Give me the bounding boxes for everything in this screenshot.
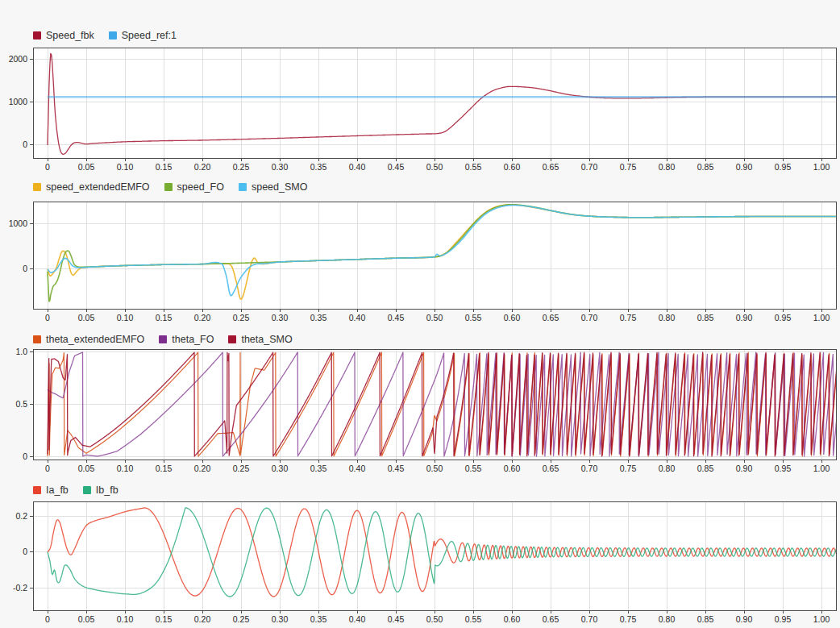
x-tick-label: 0 bbox=[45, 313, 50, 322]
x-tick-label: 0.35 bbox=[310, 162, 327, 172]
x-tick-label: 0.30 bbox=[272, 464, 289, 473]
x-tick-label: 0.85 bbox=[697, 614, 714, 624]
x-tick-label: 0.40 bbox=[349, 614, 366, 624]
x-tick-label: 1.00 bbox=[813, 614, 830, 624]
x-tick-label: 0.05 bbox=[78, 313, 95, 322]
x-tick-label: 0.05 bbox=[78, 614, 95, 624]
x-tick-label: 0.80 bbox=[659, 614, 676, 624]
x-tick-label: 0.20 bbox=[194, 464, 211, 473]
x-tick-label: 0.05 bbox=[78, 464, 95, 473]
x-tick-label: 0.35 bbox=[310, 464, 327, 473]
x-tick-label: 0.15 bbox=[156, 464, 173, 473]
x-tick-label: 0.35 bbox=[310, 614, 327, 624]
y-tick-label: 0 bbox=[23, 547, 27, 556]
x-tick-label: 0.10 bbox=[117, 614, 134, 624]
x-tick-label: 0.45 bbox=[388, 614, 405, 624]
x-tick-label: 0.20 bbox=[194, 313, 211, 322]
x-tick-label: 0.95 bbox=[775, 614, 792, 624]
x-tick-label: 0.85 bbox=[697, 162, 714, 172]
x-tick-label: 0.70 bbox=[581, 614, 598, 624]
x-tick-label: 0.50 bbox=[426, 614, 443, 624]
x-tick-label: 0.45 bbox=[388, 162, 405, 172]
x-tick-label: 0.80 bbox=[659, 464, 676, 473]
y-tick-label: 0 bbox=[23, 139, 27, 149]
y-tick-labels: 00.51.0 bbox=[15, 347, 27, 460]
x-tick-label: 0.50 bbox=[426, 464, 443, 473]
x-tick-label: 0.30 bbox=[272, 614, 289, 624]
x-tick-label: 0.70 bbox=[581, 464, 598, 473]
x-tick-label: 0.50 bbox=[426, 313, 443, 322]
x-tick-label: 0.75 bbox=[620, 614, 637, 624]
x-tick-label: 0.25 bbox=[233, 614, 250, 624]
x-tick-label: 0.55 bbox=[465, 464, 482, 473]
y-tick-label: 2000 bbox=[9, 54, 28, 64]
y-tick-labels: 010002000 bbox=[9, 54, 28, 150]
x-tick-label: 0.20 bbox=[194, 614, 211, 624]
x-tick-label: 0.50 bbox=[426, 162, 443, 172]
x-tick-label: 0.10 bbox=[117, 464, 134, 473]
x-tick-label: 0.95 bbox=[775, 313, 792, 322]
x-tick-label: 0.90 bbox=[736, 614, 753, 624]
x-tick-label: 0.60 bbox=[504, 313, 521, 322]
plot-panel-2: 00.050.100.150.200.250.300.350.400.450.5… bbox=[9, 202, 838, 322]
x-tick-label: 0.25 bbox=[233, 464, 250, 473]
plot-panel-4: 00.050.100.150.200.250.300.350.400.450.5… bbox=[13, 501, 837, 624]
x-tick-label: 0.40 bbox=[349, 313, 366, 322]
y-tick-label: -0.2 bbox=[13, 583, 27, 593]
x-tick-label: 0.30 bbox=[272, 313, 289, 322]
x-tick-label: 0.15 bbox=[156, 313, 173, 322]
x-tick-label: 0.20 bbox=[194, 162, 211, 172]
x-tick-labels: 00.050.100.150.200.250.300.350.400.450.5… bbox=[45, 162, 830, 172]
x-tick-label: 0.80 bbox=[659, 162, 676, 172]
y-tick-label: 0 bbox=[23, 451, 27, 461]
x-tick-label: 0.10 bbox=[117, 162, 134, 172]
x-tick-label: 0.70 bbox=[581, 313, 598, 322]
x-tick-label: 0.40 bbox=[349, 162, 366, 172]
x-tick-label: 0.35 bbox=[310, 313, 327, 322]
x-tick-label: 0.75 bbox=[620, 162, 637, 172]
y-tick-labels: 01000 bbox=[9, 218, 28, 274]
y-tick-label: 0 bbox=[23, 264, 27, 273]
x-tick-labels: 00.050.100.150.200.250.300.350.400.450.5… bbox=[45, 313, 830, 322]
x-tick-labels: 00.050.100.150.200.250.300.350.400.450.5… bbox=[45, 614, 830, 624]
x-tick-label: 0.80 bbox=[659, 313, 676, 322]
x-tick-labels: 00.050.100.150.200.250.300.350.400.450.5… bbox=[45, 464, 830, 473]
x-tick-label: 1.00 bbox=[813, 464, 830, 473]
x-tick-label: 0.85 bbox=[697, 464, 714, 473]
x-tick-label: 0 bbox=[45, 162, 50, 172]
x-tick-label: 0.90 bbox=[736, 313, 753, 322]
x-tick-label: 0.65 bbox=[543, 464, 559, 473]
x-tick-label: 0.45 bbox=[388, 464, 405, 473]
plot-panel-1: 00.050.100.150.200.250.300.350.400.450.5… bbox=[9, 48, 838, 172]
x-tick-label: 0.85 bbox=[697, 313, 714, 322]
x-tick-label: 0.05 bbox=[78, 162, 95, 172]
y-tick-label: 1000 bbox=[9, 218, 28, 228]
x-tick-label: 0.25 bbox=[233, 162, 250, 172]
x-tick-label: 0.60 bbox=[504, 464, 521, 473]
x-tick-label: 0.65 bbox=[543, 614, 559, 624]
x-tick-label: 0.25 bbox=[233, 313, 250, 322]
y-tick-label: 1000 bbox=[9, 97, 28, 106]
x-tick-label: 0.10 bbox=[117, 313, 134, 322]
x-tick-label: 0.75 bbox=[620, 464, 637, 473]
x-tick-label: 0.75 bbox=[620, 313, 637, 322]
x-tick-label: 0.65 bbox=[543, 162, 559, 172]
x-tick-label: 0.90 bbox=[736, 464, 753, 473]
x-tick-label: 0.65 bbox=[543, 313, 559, 322]
y-tick-label: 1.0 bbox=[15, 347, 27, 356]
plots-canvas[interactable]: 00.050.100.150.200.250.300.350.400.450.5… bbox=[0, 0, 840, 628]
x-tick-label: 0.60 bbox=[504, 614, 521, 624]
y-tick-labels: -0.200.2 bbox=[13, 511, 27, 592]
x-tick-label: 0.15 bbox=[156, 614, 173, 624]
x-tick-label: 0.55 bbox=[465, 162, 482, 172]
x-tick-label: 1.00 bbox=[813, 313, 830, 322]
scope-window: Speed_fbkSpeed_ref:1 speed_extendedEMFOs… bbox=[0, 0, 840, 628]
x-tick-label: 0.90 bbox=[736, 162, 753, 172]
x-tick-label: 0.95 bbox=[775, 162, 792, 172]
x-tick-label: 0.45 bbox=[388, 313, 405, 322]
x-tick-label: 0.15 bbox=[156, 162, 173, 172]
x-tick-label: 0.70 bbox=[581, 162, 598, 172]
x-tick-label: 0.60 bbox=[504, 162, 521, 172]
y-tick-label: 0.5 bbox=[15, 399, 27, 409]
x-tick-label: 0 bbox=[45, 464, 50, 473]
